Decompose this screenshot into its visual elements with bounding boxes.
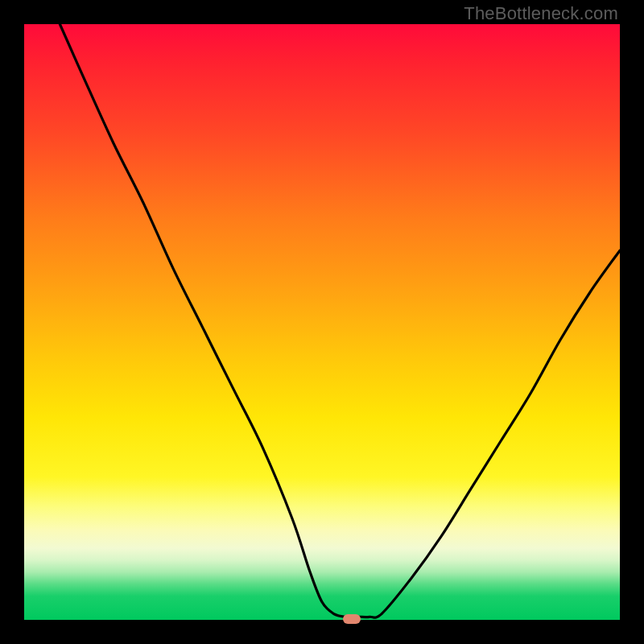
- chart-frame: TheBottleneck.com: [0, 0, 644, 644]
- bottleneck-curve: [24, 24, 620, 620]
- curve-path: [60, 24, 620, 617]
- watermark-text: TheBottleneck.com: [464, 3, 618, 24]
- min-point-marker: [343, 614, 361, 624]
- plot-area: [24, 24, 620, 620]
